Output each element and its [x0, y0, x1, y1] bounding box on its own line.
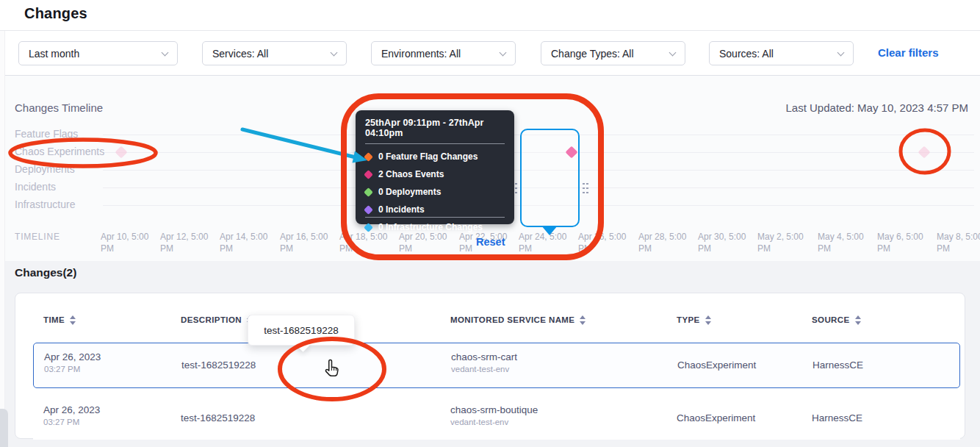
- last-updated-text: Last Updated: May 10, 2023 4:57 PM: [786, 101, 969, 114]
- timeline-axis-label: TIMELINE: [15, 232, 60, 242]
- changes-timeline-section: Changes Timeline Last Updated: May 10, 2…: [0, 76, 980, 261]
- sort-icon[interactable]: [580, 315, 586, 325]
- table-row[interactable]: Apr 26, 2023 03:27 PM test-1682519228 ch…: [33, 396, 960, 440]
- services-value: Services: All: [212, 48, 268, 60]
- description-cell: test-1682519228: [181, 360, 256, 371]
- type-cell: ChaosExperiment: [677, 360, 756, 371]
- feature-flag-diamond-icon: [364, 152, 373, 162]
- chevron-down-icon: [669, 49, 677, 56]
- source-cell: HarnessCE: [813, 360, 863, 371]
- time-cell: Apr 26, 2023 03:27 PM: [44, 351, 101, 373]
- source-cell: HarnessCE: [812, 412, 862, 423]
- time-range-dropdown[interactable]: Last month: [18, 41, 178, 65]
- row-time: 03:27 PM: [43, 418, 100, 426]
- row-date: Apr 26, 2023: [43, 404, 100, 415]
- legend-label: 0 Deployments: [378, 187, 441, 197]
- axis-tick: Apr 16, 5:00 PM: [280, 231, 330, 254]
- row-time: 03:27 PM: [44, 365, 101, 373]
- sources-value: Sources: All: [719, 48, 774, 60]
- axis-tick: Apr 30, 5:00 PM: [698, 231, 748, 254]
- change-types-dropdown[interactable]: Change Types: All: [541, 41, 685, 65]
- reset-button[interactable]: Reset: [476, 236, 505, 248]
- sort-icon[interactable]: [70, 315, 76, 325]
- timeline-tooltip-title: 25thApr 09:11pm - 27thApr 04:10pm: [365, 118, 505, 138]
- legend-label: 2 Chaos Events: [378, 169, 444, 179]
- legend-label: 0 Incidents: [378, 204, 425, 215]
- axis-tick: May 2, 5:00 PM: [757, 231, 807, 254]
- legend-label: 0 Feature Flag Changes: [378, 151, 478, 162]
- column-label: MONITORED SERVICE NAME: [450, 315, 574, 324]
- chevron-down-icon: [837, 49, 845, 56]
- axis-tick: May 8, 5:00 PM: [937, 231, 980, 254]
- timeline-row-label-incidents: Incidents: [15, 181, 56, 193]
- axis-tick: Apr 20, 5:00 PM: [399, 231, 449, 254]
- clear-filters-button[interactable]: Clear filters: [878, 46, 939, 59]
- timeline-tooltip: 25thApr 09:11pm - 27thApr 04:10pm 0 Feat…: [356, 110, 514, 224]
- page-title: Changes: [24, 5, 87, 22]
- column-label: SOURCE: [812, 315, 850, 324]
- chevron-down-icon: [331, 49, 338, 56]
- column-header-description[interactable]: DESCRIPTION: [181, 315, 253, 325]
- sort-icon[interactable]: [705, 315, 711, 325]
- sources-dropdown[interactable]: Sources: All: [709, 41, 854, 65]
- axis-tick: Apr 14, 5:00 PM: [220, 231, 270, 254]
- environment-name: vedant-test-env: [450, 418, 538, 426]
- monitored-service-cell: chaos-srm-cart vedant-test-env: [451, 351, 517, 373]
- description-tooltip: test-1682519228: [248, 315, 355, 346]
- column-header-monitored-service[interactable]: MONITORED SERVICE NAME: [450, 315, 586, 325]
- axis-tick: Apr 26, 5:00 PM: [578, 231, 628, 254]
- monitored-service-cell: chaos-srm-boutique vedant-test-env: [450, 404, 538, 426]
- legend-item-infrastructure: 0 Infrastructure Changes: [365, 222, 505, 232]
- services-dropdown[interactable]: Services: All: [202, 41, 347, 65]
- changes-count-title: Changes(2): [15, 266, 76, 279]
- column-header-type[interactable]: TYPE: [677, 315, 711, 325]
- column-header-time[interactable]: TIME: [43, 315, 76, 325]
- time-cell: Apr 26, 2023 03:27 PM: [43, 404, 100, 426]
- changes-table-card: TIME DESCRIPTION MONITORED SERVICE NAME …: [15, 293, 965, 439]
- timeline-brush-window[interactable]: [520, 129, 580, 227]
- chevron-down-icon: [500, 49, 507, 56]
- legend-item-chaos-events: 2 Chaos Events: [365, 169, 505, 179]
- timeline-row-label-deployments: Deployments: [15, 163, 75, 175]
- timeline-row-label-infrastructure: Infrastructure: [15, 199, 75, 210]
- sort-icon[interactable]: [855, 315, 861, 325]
- service-name: chaos-srm-cart: [451, 351, 517, 362]
- column-label: DESCRIPTION: [181, 315, 242, 324]
- hand-cursor-icon: [322, 357, 344, 382]
- column-header-source[interactable]: SOURCE: [812, 315, 861, 325]
- page-header: Changes: [0, 0, 980, 31]
- brush-right-handle-icon[interactable]: [582, 182, 589, 195]
- divider: [365, 217, 505, 218]
- environments-value: Environments: All: [381, 48, 461, 60]
- row-date: Apr 26, 2023: [44, 351, 101, 362]
- environment-name: vedant-test-env: [451, 365, 517, 373]
- filter-bar: Last month Services: All Environments: A…: [0, 31, 980, 76]
- axis-tick: Apr 18, 5:00 PM: [339, 231, 389, 254]
- chaos-event-diamond-icon: [364, 170, 373, 179]
- legend-item-deployments: 0 Deployments: [365, 187, 505, 197]
- timeline-row-label-feature-flags: Feature Flags: [15, 128, 78, 140]
- time-range-value: Last month: [29, 48, 79, 60]
- left-edge-divider: [0, 31, 5, 447]
- legend-item-incidents: 0 Incidents: [365, 204, 505, 215]
- column-label: TIME: [43, 315, 65, 324]
- axis-tick: Apr 28, 5:00 PM: [638, 231, 688, 254]
- change-types-value: Change Types: All: [551, 48, 634, 60]
- timeline-section-title: Changes Timeline: [15, 101, 103, 114]
- description-tooltip-text: test-1682519228: [264, 325, 338, 336]
- type-cell: ChaosExperiment: [677, 412, 755, 423]
- environments-dropdown[interactable]: Environments: All: [371, 41, 516, 65]
- axis-tick: May 6, 5:00 PM: [877, 231, 927, 254]
- brush-pointer-icon: [541, 226, 558, 235]
- table-row[interactable]: Apr 26, 2023 03:27 PM test-1682519228 ch…: [33, 343, 960, 388]
- legend-label: 0 Infrastructure Changes: [378, 222, 483, 232]
- axis-tick: Apr 10, 5:00 PM: [101, 231, 151, 254]
- chevron-down-icon: [162, 49, 169, 56]
- changes-table-section: Changes(2) TIME DESCRIPTION MONITORED SE…: [0, 261, 980, 447]
- chaos-event-marker-faded[interactable]: [115, 146, 128, 159]
- incident-diamond-icon: [364, 205, 373, 215]
- legend-item-feature-flags: 0 Feature Flag Changes: [365, 151, 505, 162]
- left-edge-panel: [0, 409, 8, 447]
- chaos-event-marker-faded[interactable]: [918, 146, 931, 159]
- deployment-diamond-icon: [364, 187, 373, 197]
